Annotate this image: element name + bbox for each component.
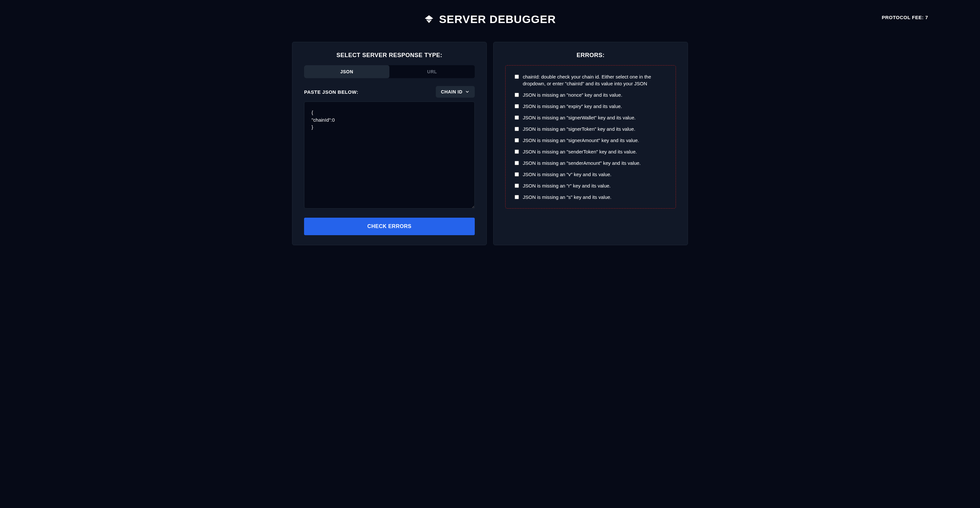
error-checkbox[interactable] — [515, 138, 519, 143]
error-checkbox[interactable] — [515, 93, 519, 97]
error-item: JSON is missing an "signerWallet" key an… — [515, 114, 667, 121]
errors-panel-title: ERRORS: — [505, 52, 676, 59]
error-checkbox[interactable] — [515, 161, 519, 165]
error-item: JSON is missing an "senderToken" key and… — [515, 148, 667, 155]
input-panel-title: SELECT SERVER RESPONSE TYPE: — [304, 52, 475, 59]
error-text: JSON is missing an "signerAmount" key an… — [523, 137, 667, 144]
error-text: JSON is missing an "signerToken" key and… — [523, 125, 667, 132]
error-checkbox[interactable] — [515, 75, 519, 79]
error-checkbox[interactable] — [515, 127, 519, 131]
error-checkbox[interactable] — [515, 104, 519, 108]
error-item: JSON is missing an "signerAmount" key an… — [515, 137, 667, 144]
error-item: JSON is missing an "r" key and its value… — [515, 182, 667, 189]
main-container: SELECT SERVER RESPONSE TYPE: JSON URL PA… — [292, 42, 688, 245]
error-checkbox[interactable] — [515, 195, 519, 199]
app-logo-icon — [424, 14, 434, 24]
error-checkbox[interactable] — [515, 149, 519, 154]
input-panel: SELECT SERVER RESPONSE TYPE: JSON URL PA… — [292, 42, 487, 245]
errors-box: chainId: double check your chain id. Eit… — [505, 65, 676, 209]
error-checkbox[interactable] — [515, 172, 519, 176]
toggle-url-button[interactable]: URL — [390, 65, 475, 78]
error-item: chainId: double check your chain id. Eit… — [515, 73, 667, 87]
logo-title-group: SERVER DEBUGGER — [424, 13, 556, 25]
error-text: JSON is missing an "v" key and its value… — [523, 171, 667, 178]
check-errors-button[interactable]: CHECK ERRORS — [304, 217, 475, 235]
error-item: JSON is missing an "expiry" key and its … — [515, 103, 667, 110]
error-text: JSON is missing an "expiry" key and its … — [523, 103, 667, 110]
error-item: JSON is missing an "v" key and its value… — [515, 171, 667, 178]
chevron-down-icon — [465, 89, 469, 94]
response-type-toggle: JSON URL — [304, 65, 475, 78]
error-text: JSON is missing an "senderAmount" key an… — [523, 160, 667, 167]
chain-id-dropdown[interactable]: CHAIN ID — [436, 86, 475, 98]
toggle-json-button[interactable]: JSON — [304, 65, 390, 78]
page-title: SERVER DEBUGGER — [439, 13, 556, 25]
chain-id-dropdown-label: CHAIN ID — [441, 89, 462, 94]
error-text: JSON is missing an "nonce" key and its v… — [523, 92, 667, 98]
error-text: JSON is missing an "senderToken" key and… — [523, 148, 667, 155]
json-input-label: PASTE JSON BELOW: — [304, 89, 358, 95]
error-text: chainId: double check your chain id. Eit… — [523, 73, 667, 87]
svg-marker-0 — [425, 15, 433, 20]
error-item: JSON is missing an "senderAmount" key an… — [515, 160, 667, 167]
errors-panel: ERRORS: chainId: double check your chain… — [493, 42, 688, 245]
error-checkbox[interactable] — [515, 116, 519, 120]
error-text: JSON is missing an "r" key and its value… — [523, 182, 667, 189]
header: SERVER DEBUGGER PROTOCOL FEE: 7 — [6, 6, 974, 32]
json-input[interactable] — [304, 102, 475, 209]
error-text: JSON is missing an "s" key and its value… — [523, 194, 667, 200]
protocol-fee-label: PROTOCOL FEE: 7 — [882, 14, 928, 20]
error-item: JSON is missing an "nonce" key and its v… — [515, 92, 667, 98]
error-checkbox[interactable] — [515, 184, 519, 188]
error-item: JSON is missing an "signerToken" key and… — [515, 125, 667, 132]
svg-marker-1 — [426, 19, 432, 23]
error-item: JSON is missing an "s" key and its value… — [515, 194, 667, 200]
error-text: JSON is missing an "signerWallet" key an… — [523, 114, 667, 121]
input-header-row: PASTE JSON BELOW: CHAIN ID — [304, 86, 475, 98]
